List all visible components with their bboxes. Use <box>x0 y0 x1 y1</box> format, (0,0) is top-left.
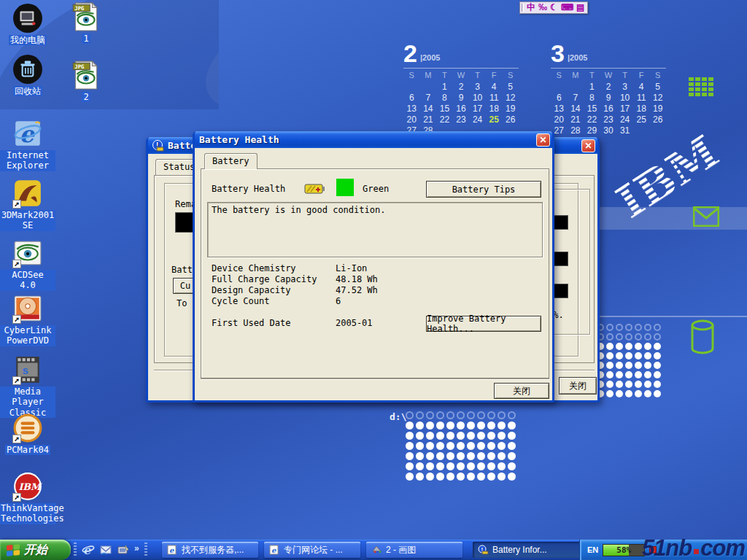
my-computer-icon[interactable] <box>12 3 43 34</box>
battery-tips-button[interactable]: Battery Tips <box>426 181 541 198</box>
desktop-icon-recycle-bin[interactable]: 回收站 <box>0 54 55 96</box>
chinese-mode-icon[interactable]: 中 <box>527 2 535 13</box>
cylinder-icon <box>690 319 715 354</box>
dot-grid-right <box>597 324 663 400</box>
tray-battery-meter[interactable]: 58% <box>603 544 645 556</box>
task-button-paint[interactable]: 2 - 画图 <box>366 542 462 558</box>
first-used-value: 2005-01 <box>336 318 373 328</box>
desktop-icon-label[interactable]: 回收站 <box>13 86 42 96</box>
improve-battery-health-button[interactable]: Improve Battery Health... <box>426 316 541 332</box>
desktop-icon-media-player-classic[interactable]: s ➚ Media Player Classic <box>0 354 55 418</box>
quicklaunch-ie-icon[interactable]: e <box>82 543 95 556</box>
desktop-icon-label[interactable]: CyberLink PowerDVD <box>0 325 55 346</box>
language-indicator[interactable]: EN <box>587 545 598 554</box>
calendar-year: |2005 <box>420 53 441 62</box>
dot-grid-bottom <box>406 411 518 483</box>
desktop-icon-acdsee[interactable]: ➚ ACDSee 4.0 <box>0 238 55 291</box>
desktop-icon-my-computer[interactable]: 我的电脑 <box>0 3 55 45</box>
close-icon[interactable]: ✕ <box>581 139 595 152</box>
acdsee-icon[interactable]: ➚ <box>12 238 43 268</box>
keyboard-icon[interactable]: ⌨ <box>561 2 573 13</box>
desktop-icon-jpg-2[interactable]: JPG 2 <box>64 60 108 102</box>
quicklaunch-show-desktop-icon[interactable] <box>117 543 130 556</box>
desktop-icon-thinkvantage[interactable]: IBM ➚ ThinkVantage Technologies <box>0 471 55 524</box>
powerdvd-icon[interactable]: ➚ <box>12 293 43 324</box>
calendar-year: |2005 <box>568 53 588 62</box>
desktop-icon-powerdvd[interactable]: ➚ CyberLink PowerDVD <box>0 293 55 346</box>
task-button-forum[interactable]: e 专门网论坛 - ... <box>264 542 360 558</box>
shortcut-arrow-icon: ➚ <box>12 435 21 443</box>
svg-text:JPG: JPG <box>74 5 85 12</box>
ime-drag-handle[interactable] <box>522 4 524 12</box>
desktop-icon-pcmark04[interactable]: ➚ PCMark04 <box>0 413 55 455</box>
info-label: Design Capacity <box>212 285 290 295</box>
svg-text:e: e <box>19 120 35 147</box>
watermark-dot <box>694 549 699 554</box>
tab-battery[interactable]: Battery <box>204 153 258 169</box>
task-label: 专门网论坛 - ... <box>284 544 343 556</box>
media-player-classic-icon[interactable]: s ➚ <box>12 354 43 385</box>
3dmark2001-icon[interactable]: ➚ <box>12 178 43 209</box>
desktop-icon-label[interactable]: ACDSee 4.0 <box>0 270 55 291</box>
condition-textbox: The battery is in good condition. <box>207 202 543 257</box>
taskbar-separator <box>74 542 77 557</box>
info-label: Cycle Count <box>212 296 269 306</box>
jpg-file-icon[interactable]: JPG <box>71 60 101 90</box>
svg-text:JPG: JPG <box>74 63 85 70</box>
battery-health-icon <box>304 182 326 195</box>
shortcut-arrow-icon: ➚ <box>12 260 21 268</box>
taskbar-separator <box>144 542 147 557</box>
first-used-label: First Used Date <box>212 318 290 328</box>
pcmark04-icon[interactable]: ➚ <box>12 413 43 443</box>
battery-health-dialog[interactable]: Battery Health ✕ Battery Battery Health … <box>193 131 554 402</box>
drive-label: d:\ <box>390 411 406 422</box>
condition-text: The battery is in good condition. <box>212 205 385 215</box>
quicklaunch-more-chevron[interactable]: » <box>134 543 139 553</box>
desktop-icon-label[interactable]: 1 <box>82 34 90 44</box>
battery-gauge-segment <box>554 284 568 298</box>
quicklaunch-outlook-icon[interactable] <box>99 543 112 556</box>
desktop-icon-label[interactable]: Internet Explorer <box>0 150 55 171</box>
info-label: Device Chemistry <box>212 263 296 273</box>
health-status-text: Green <box>363 184 389 194</box>
task-label: Battery Infor... <box>492 545 547 555</box>
ime-menu-icon[interactable]: ▤ <box>576 2 584 13</box>
battery-gauge-segment <box>554 252 568 266</box>
ime-language-bar[interactable]: 中 ‰ ☾ ⌨ ▤ <box>519 1 588 14</box>
close-button[interactable]: 关闭 <box>494 383 549 399</box>
start-label: 开始 <box>24 542 47 558</box>
battery-percent: 58% <box>603 545 644 556</box>
calendar-march-2005: 3|2005 SMTWTFS12345678910111213141516171… <box>551 41 666 135</box>
task-label: 找不到服务器,... <box>182 544 244 556</box>
desktop-icon-label[interactable]: ThinkVantage Technologies <box>0 503 56 524</box>
internet-explorer-icon[interactable]: e <box>12 118 43 149</box>
punctuation-icon[interactable]: ‰ <box>538 2 547 13</box>
taskbar: 开始 e » e 找不到服务器,... e 专门网论坛 - ... 2 - 画图… <box>0 540 747 560</box>
info-value: Li-Ion <box>336 263 367 273</box>
recycle-bin-icon[interactable] <box>12 54 43 85</box>
desktop-icon-label[interactable]: 2 <box>82 92 90 102</box>
shortcut-arrow-icon: ➚ <box>12 315 21 324</box>
desktop-icon-jpg-1[interactable]: JPG 1 <box>64 1 108 44</box>
watermark-text-2: com <box>700 535 745 560</box>
51nb-watermark: 51nbcom <box>642 535 745 560</box>
task-button-server-not-found[interactable]: e 找不到服务器,... <box>162 542 258 558</box>
desktop-icon-label[interactable]: 我的电脑 <box>9 35 47 45</box>
jpg-file-icon[interactable]: JPG <box>71 1 101 32</box>
battery-health-titlebar[interactable]: Battery Health ✕ <box>195 131 552 148</box>
task-button-battery-information[interactable]: ! Battery Infor... <box>473 542 582 558</box>
desktop-icon-3dmark2001[interactable]: ➚ 3DMark2001 SE <box>0 178 55 231</box>
envelope-icon <box>693 206 719 227</box>
close-button[interactable]: 关闭 <box>559 377 597 394</box>
desktop-icon-internet-explorer[interactable]: e Internet Explorer <box>0 118 55 171</box>
task-label: 2 - 画图 <box>386 544 416 556</box>
desktop-icon-label[interactable]: PCMark04 <box>5 445 50 455</box>
desktop-icon-label[interactable]: 3DMark2001 SE <box>0 210 55 231</box>
health-status-swatch <box>336 179 354 196</box>
close-icon[interactable]: ✕ <box>536 133 550 147</box>
fullwidth-icon[interactable]: ☾ <box>550 2 558 13</box>
thinkvantage-icon[interactable]: IBM ➚ <box>12 471 43 502</box>
start-button[interactable]: 开始 <box>0 540 71 560</box>
separator <box>201 378 549 380</box>
svg-text:e: e <box>83 543 91 556</box>
